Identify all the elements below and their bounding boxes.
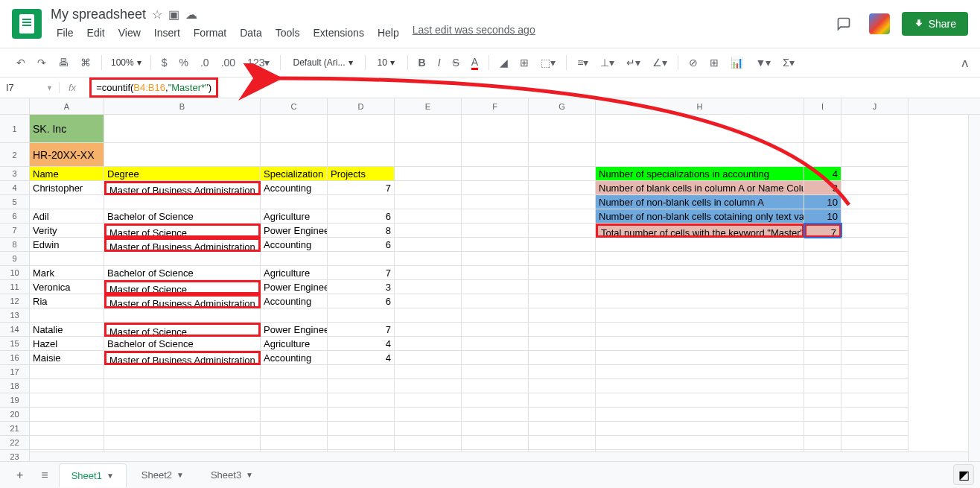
cell[interactable] (395, 365, 462, 379)
menu-edit[interactable]: Edit (81, 24, 111, 42)
cell[interactable] (30, 408, 104, 422)
cell[interactable]: Agriculture (261, 337, 328, 351)
cell[interactable] (462, 408, 529, 422)
cell[interactable] (804, 351, 841, 365)
cell[interactable] (395, 252, 462, 266)
cell[interactable]: SK. Inc (30, 115, 104, 143)
italic-icon[interactable]: I (433, 54, 445, 72)
cell[interactable] (30, 436, 104, 450)
cell[interactable] (462, 294, 529, 308)
row-header[interactable]: 10 (0, 266, 30, 280)
cell[interactable] (596, 115, 804, 143)
cell[interactable] (328, 365, 395, 379)
cell[interactable]: 7 (804, 224, 841, 238)
cell[interactable] (841, 408, 909, 422)
cell[interactable] (529, 337, 596, 351)
cell[interactable] (104, 143, 261, 167)
row-header[interactable]: 22 (0, 436, 30, 450)
row-header[interactable]: 15 (0, 337, 30, 351)
col-header-D[interactable]: D (328, 98, 395, 114)
cell[interactable] (395, 224, 462, 238)
cell[interactable] (30, 308, 104, 323)
menu-file[interactable]: File (51, 24, 80, 42)
row-header[interactable]: 5 (0, 195, 30, 209)
cell[interactable] (104, 408, 261, 422)
col-header-I[interactable]: I (804, 98, 841, 114)
cell[interactable]: Natalie (30, 323, 104, 337)
currency-icon[interactable]: $ (157, 54, 172, 72)
cell[interactable] (104, 365, 261, 379)
cell[interactable] (395, 143, 462, 167)
cell[interactable] (596, 436, 804, 450)
cell[interactable]: Projects (328, 167, 395, 181)
cell[interactable]: Edwin (30, 238, 104, 252)
cell[interactable] (529, 252, 596, 266)
cell[interactable] (328, 379, 395, 393)
more-formats-icon[interactable]: 123▾ (243, 54, 274, 72)
cell[interactable] (841, 224, 909, 238)
cell[interactable]: Master of Science (104, 280, 261, 294)
cell[interactable] (596, 308, 804, 323)
cell[interactable] (462, 365, 529, 379)
cell[interactable] (104, 252, 261, 266)
cell[interactable] (841, 195, 909, 209)
cell[interactable] (529, 195, 596, 209)
cell[interactable]: 7 (328, 266, 395, 280)
cell[interactable] (841, 393, 909, 408)
row-header[interactable]: 18 (0, 379, 30, 393)
cell[interactable]: 3 (804, 181, 841, 195)
cell[interactable] (841, 266, 909, 280)
cell[interactable] (328, 422, 395, 436)
cell[interactable] (804, 238, 841, 252)
cell[interactable]: Adil (30, 209, 104, 224)
cell[interactable] (462, 224, 529, 238)
cell[interactable] (261, 436, 328, 450)
star-icon[interactable]: ☆ (152, 7, 162, 22)
cell[interactable] (395, 422, 462, 436)
paint-format-icon[interactable]: ⌘ (76, 54, 95, 72)
cell[interactable]: Accounting (261, 294, 328, 308)
cell[interactable]: 4 (804, 167, 841, 181)
cell[interactable] (529, 436, 596, 450)
cell[interactable] (104, 393, 261, 408)
cell[interactable] (328, 308, 395, 323)
row-header[interactable]: 1 (0, 115, 30, 143)
cell[interactable] (841, 209, 909, 224)
cell[interactable] (30, 393, 104, 408)
cell[interactable]: Accounting (261, 238, 328, 252)
cell[interactable]: Accounting (261, 351, 328, 365)
menu-extensions[interactable]: Extensions (307, 24, 369, 42)
cell[interactable] (395, 337, 462, 351)
cell[interactable] (462, 393, 529, 408)
cell[interactable] (841, 337, 909, 351)
cell[interactable] (261, 115, 328, 143)
cell[interactable] (328, 143, 395, 167)
cell[interactable] (529, 351, 596, 365)
cell[interactable]: 7 (328, 323, 395, 337)
cell[interactable] (395, 167, 462, 181)
menu-view[interactable]: View (112, 24, 147, 42)
cell[interactable] (841, 167, 909, 181)
row-header[interactable]: 21 (0, 422, 30, 436)
font-select[interactable]: Default (Ari... ▾ (287, 56, 358, 69)
col-header-A[interactable]: A (30, 98, 104, 114)
cell[interactable] (462, 167, 529, 181)
cell[interactable] (596, 351, 804, 365)
cell[interactable] (328, 115, 395, 143)
cell[interactable] (596, 323, 804, 337)
cell[interactable] (841, 422, 909, 436)
cell[interactable] (596, 337, 804, 351)
cell[interactable] (328, 436, 395, 450)
strikethrough-icon[interactable]: S (448, 54, 464, 72)
col-header-H[interactable]: H (596, 98, 804, 114)
fill-color-icon[interactable]: ◢ (495, 54, 512, 72)
cell[interactable] (804, 294, 841, 308)
col-header-B[interactable]: B (104, 98, 261, 114)
row-header[interactable]: 2 (0, 143, 30, 167)
cell[interactable] (529, 365, 596, 379)
cell[interactable]: Master of Business Administration (104, 181, 261, 195)
cell[interactable] (462, 252, 529, 266)
cell[interactable] (395, 280, 462, 294)
cell[interactable] (841, 252, 909, 266)
row-header[interactable]: 17 (0, 365, 30, 379)
